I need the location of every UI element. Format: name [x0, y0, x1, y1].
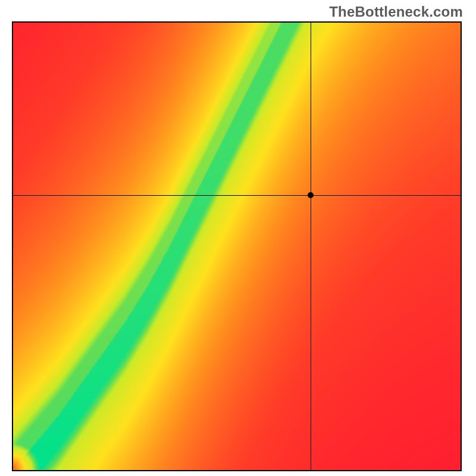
crosshair-horizontal [13, 195, 461, 196]
chart-container: TheBottleneck.com [0, 0, 476, 476]
watermark-text: TheBottleneck.com [329, 4, 463, 20]
heatmap-canvas [13, 23, 461, 470]
chart-frame [12, 21, 462, 471]
crosshair-dot [308, 192, 314, 198]
crosshair-vertical [311, 23, 311, 470]
